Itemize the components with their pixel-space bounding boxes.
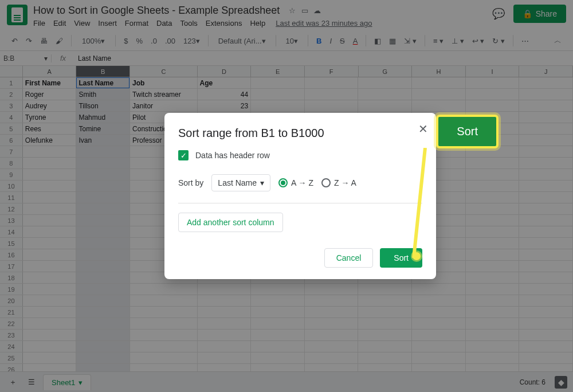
italic-button[interactable]: I (327, 36, 334, 46)
cell[interactable] (23, 203, 77, 214)
row-head[interactable]: 3 (0, 100, 23, 111)
cell[interactable] (412, 295, 466, 306)
row-head[interactable]: 19 (0, 284, 23, 295)
cell[interactable] (130, 295, 198, 306)
cell[interactable] (466, 192, 520, 203)
cell[interactable] (519, 261, 573, 272)
col-head-E[interactable]: E (251, 66, 305, 77)
row-head[interactable]: 22 (0, 318, 23, 329)
cell[interactable] (76, 249, 130, 260)
cell[interactable] (466, 226, 520, 237)
cell[interactable] (519, 203, 573, 214)
cell[interactable] (519, 226, 573, 237)
cell[interactable] (251, 89, 305, 100)
cell[interactable] (466, 77, 520, 88)
cell[interactable] (305, 330, 359, 340)
cell[interactable] (519, 341, 573, 352)
font-size-select[interactable]: 10 ▾ (282, 35, 302, 47)
cell[interactable] (76, 272, 130, 283)
halign-icon[interactable]: ≡ ▾ (431, 36, 446, 46)
fill-color-icon[interactable]: ◧ (372, 36, 383, 46)
cell[interactable] (519, 330, 573, 340)
col-head-C[interactable]: C (130, 66, 198, 77)
cell[interactable]: Ivan (76, 135, 130, 146)
cell[interactable]: Rees (23, 123, 77, 134)
cell[interactable] (251, 295, 305, 306)
cell[interactable] (23, 284, 77, 295)
cell[interactable] (23, 238, 77, 249)
valign-icon[interactable]: ⊥ ▾ (449, 36, 466, 46)
col-head-F[interactable]: F (305, 66, 359, 77)
cell[interactable] (466, 341, 520, 352)
star-icon[interactable]: ☆ (289, 6, 296, 15)
font-select[interactable]: Default (Ari... ▾ (214, 35, 270, 47)
cell[interactable] (251, 77, 305, 88)
cell[interactable] (23, 181, 77, 191)
cell[interactable] (76, 203, 130, 214)
cell[interactable] (251, 318, 305, 329)
row-head[interactable]: 4 (0, 112, 23, 123)
cell[interactable]: Tyrone (23, 112, 77, 123)
rotate-icon[interactable]: ↻ ▾ (490, 36, 507, 46)
cell[interactable] (198, 307, 252, 317)
cell[interactable] (466, 89, 520, 100)
cell[interactable] (76, 226, 130, 237)
move-icon[interactable]: ▭ (301, 6, 308, 15)
cell[interactable] (519, 192, 573, 203)
row-head[interactable]: 24 (0, 341, 23, 352)
explore-icon[interactable]: ◆ (555, 376, 567, 389)
cell[interactable] (305, 341, 359, 352)
cell[interactable]: Twitch streamer (130, 89, 198, 100)
cell[interactable] (519, 89, 573, 100)
cell[interactable] (466, 318, 520, 329)
cell[interactable] (466, 158, 520, 168)
radio-za[interactable]: Z → A (321, 178, 356, 187)
menu-file[interactable]: File (33, 19, 45, 28)
cell[interactable] (519, 307, 573, 317)
menu-help[interactable]: Help (250, 19, 265, 28)
collapse-toolbar-icon[interactable]: ︿ (552, 34, 564, 47)
cell[interactable] (358, 284, 412, 295)
cell[interactable] (412, 341, 466, 352)
cell[interactable]: Mahmud (76, 112, 130, 123)
undo-icon[interactable]: ↶ (9, 36, 20, 46)
strike-button[interactable]: S (337, 36, 347, 46)
last-edit-link[interactable]: Last edit was 23 minutes ago (276, 19, 372, 28)
cell[interactable] (519, 146, 573, 157)
cell[interactable] (23, 341, 77, 352)
menu-extensions[interactable]: Extensions (206, 19, 242, 28)
menu-view[interactable]: View (74, 19, 90, 28)
cell[interactable] (130, 318, 198, 329)
comments-icon[interactable]: 💬 (492, 7, 505, 21)
row-head[interactable]: 6 (0, 135, 23, 146)
cell[interactable] (76, 169, 130, 180)
cell[interactable] (305, 89, 359, 100)
cell[interactable] (466, 307, 520, 317)
count-label[interactable]: Count: 6 (520, 378, 545, 386)
cell[interactable] (519, 238, 573, 249)
cell[interactable] (519, 215, 573, 226)
cell[interactable] (358, 100, 412, 111)
cancel-button[interactable]: Cancel (324, 248, 374, 268)
cell[interactable] (466, 352, 520, 363)
cell[interactable] (251, 307, 305, 317)
decrease-decimal-icon[interactable]: .0 (148, 36, 159, 46)
row-head[interactable]: 14 (0, 226, 23, 237)
row-head[interactable]: 8 (0, 158, 23, 168)
cell[interactable] (23, 192, 77, 203)
number-format-select[interactable]: 123 ▾ (181, 36, 202, 46)
cell[interactable]: 44 (198, 89, 252, 100)
row-head[interactable]: 13 (0, 215, 23, 226)
cell[interactable] (198, 284, 252, 295)
cell[interactable] (198, 318, 252, 329)
cell[interactable]: Tillson (76, 100, 130, 111)
cell[interactable] (130, 341, 198, 352)
row-head[interactable]: 20 (0, 295, 23, 306)
currency-icon[interactable]: $ (121, 36, 130, 46)
cell[interactable] (519, 169, 573, 180)
cell[interactable] (130, 307, 198, 317)
cell[interactable] (466, 203, 520, 214)
cell[interactable] (519, 295, 573, 306)
cell[interactable] (76, 295, 130, 306)
col-head-J[interactable]: J (519, 66, 573, 77)
